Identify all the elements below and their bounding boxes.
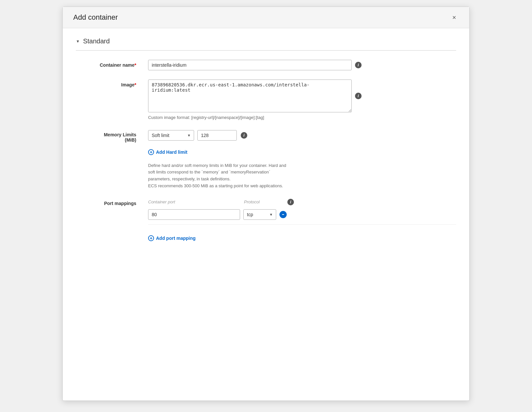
container-port-label: Container port	[148, 199, 240, 204]
image-info-icon[interactable]: i	[355, 93, 362, 99]
protocol-select-wrap: tcp udp ▼	[243, 209, 276, 220]
container-name-info-icon[interactable]: i	[355, 62, 362, 68]
protocol-label: Protocol	[244, 199, 283, 204]
container-port-input[interactable]	[148, 209, 240, 220]
protocol-select[interactable]: tcp udp	[243, 209, 276, 220]
plus-circle-icon: +	[148, 149, 154, 155]
container-name-label: Container name*	[76, 60, 142, 68]
image-control: 873896820536.dkr.ecr.us-east-1.amazonaws…	[148, 80, 456, 121]
memory-limit-type-select[interactable]: Soft limit Hard limit	[148, 130, 194, 141]
memory-inputs-row: Soft limit Hard limit ▼ i	[148, 130, 456, 141]
plus-circle-icon: +	[148, 235, 154, 241]
image-input-wrap: 873896820536.dkr.ecr.us-east-1.amazonaws…	[148, 80, 456, 112]
memory-limits-control: Soft limit Hard limit ▼ i + Add Hard lim…	[148, 130, 456, 190]
container-name-input[interactable]	[148, 60, 352, 70]
standard-section-header: ▼ Standard	[76, 37, 456, 45]
memory-limits-row: Memory Limits (MiB) Soft limit Hard limi…	[76, 130, 456, 190]
modal-header: Add container ×	[63, 7, 469, 28]
memory-row: Soft limit Hard limit ▼	[148, 130, 237, 141]
modal-title: Add container	[73, 13, 118, 22]
section-title: Standard	[83, 37, 110, 45]
port-info-icon[interactable]: i	[287, 199, 294, 205]
port-mappings-label: Port mappings	[76, 199, 142, 206]
memory-limit-select-wrap: Soft limit Hard limit ▼	[148, 130, 194, 141]
add-hard-limit-button[interactable]: + Add Hard limit	[148, 149, 188, 155]
port-mappings-control: Container port Protocol i tcp udp ▼	[148, 199, 456, 244]
remove-port-button[interactable]	[279, 211, 287, 218]
memory-value-input[interactable]	[197, 130, 237, 141]
add-container-modal: Add container × ▼ Standard Container nam…	[62, 7, 470, 401]
memory-info-icon[interactable]: i	[241, 132, 247, 139]
modal-body: ▼ Standard Container name* i Image*	[63, 28, 469, 401]
port-column-labels: Container port Protocol i	[148, 199, 456, 205]
add-port-mapping-wrap: + Add port mapping	[148, 232, 456, 244]
container-name-control: i	[148, 60, 456, 70]
chevron-down-icon: ▼	[76, 39, 80, 44]
add-port-mapping-button[interactable]: + Add port mapping	[148, 235, 196, 241]
section-divider	[76, 50, 456, 51]
memory-limits-label: Memory Limits (MiB)	[76, 130, 142, 143]
memory-description: Define hard and/or soft memory limits in…	[148, 162, 456, 190]
container-name-row: Container name* i	[76, 60, 456, 70]
image-help-text: Custom image format: [registry-url]/[nam…	[148, 114, 456, 121]
image-label: Image*	[76, 80, 142, 87]
port-mapping-row: tcp udp ▼	[148, 209, 456, 225]
container-name-input-wrap: i	[148, 60, 456, 70]
add-hard-limit-wrap: + Add Hard limit	[148, 146, 456, 158]
image-input[interactable]: 873896820536.dkr.ecr.us-east-1.amazonaws…	[148, 80, 352, 112]
close-button[interactable]: ×	[450, 13, 459, 22]
port-mappings-row: Port mappings Container port Protocol i …	[76, 199, 456, 244]
image-row: Image* 873896820536.dkr.ecr.us-east-1.am…	[76, 80, 456, 121]
